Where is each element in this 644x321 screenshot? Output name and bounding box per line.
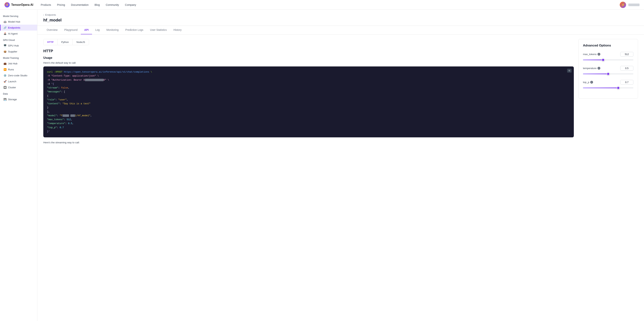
sidebar-item-storage[interactable]: 💾Storage <box>0 96 37 102</box>
option-row-temperature: temperature i <box>583 66 633 76</box>
code-line-12: "model": "f l/hf_model", <box>47 114 92 117</box>
slider-thumb-temperature[interactable] <box>607 72 610 76</box>
sidebar-item-gpu-hub[interactable]: 🖥️GPU Hub <box>0 42 37 48</box>
sidebar-section-model-serving: Model Serving <box>0 13 37 19</box>
zero-code-studio-icon: ⚙️ <box>4 74 6 77</box>
streaming-desc: Here's the streaming way to call: <box>43 141 574 144</box>
slider-container-max_tokens <box>583 58 633 62</box>
page-header: ‹ Endpoints hf_model <box>37 10 644 26</box>
code-line-5: "stream": false, <box>47 86 70 89</box>
breadcrumb-text: Endpoints <box>45 14 56 16</box>
topnav-link-documentation[interactable]: Documentation <box>71 3 88 6</box>
subtab-nodejs[interactable]: NodeJS <box>72 39 89 45</box>
code-line-4: -d '{ <box>47 83 54 85</box>
tab-monitoring[interactable]: Monitoring <box>103 26 122 34</box>
cluster-icon: 🔲 <box>4 86 6 89</box>
option-input-temperature[interactable] <box>620 66 633 70</box>
code-line-1: curl -XPOST https://open.tensoropera.ai/… <box>47 71 152 73</box>
slider-track-top_p[interactable] <box>583 88 633 88</box>
advanced-title: Advanced Options <box>583 44 633 48</box>
section-title: HTTP <box>43 49 574 53</box>
code-line-14: "temperature": 0.5, <box>47 122 74 125</box>
slider-thumb-max_tokens[interactable] <box>602 58 604 62</box>
code-block: ⧉ curl -XPOST https://open.tensoropera.a… <box>43 66 574 137</box>
code-line-15: "top_p": 0.7 <box>47 126 64 129</box>
sub-tabs: HTTPPythonNodeJS <box>43 39 89 45</box>
tab-log[interactable]: Log <box>92 26 103 34</box>
topnav-link-blog[interactable]: Blog <box>94 3 100 6</box>
sidebar-item-runs[interactable]: ▶️Runs <box>0 66 37 72</box>
app-logo[interactable]: ⚡ TensorOpera AI <box>4 2 33 8</box>
page-title: hf_model <box>43 18 638 22</box>
slider-track-temperature[interactable] <box>583 74 633 74</box>
tab-playground[interactable]: Playground <box>61 26 81 34</box>
sidebar-label-model-hub: Model Hub <box>8 20 20 23</box>
info-icon-temperature[interactable]: i <box>598 67 600 70</box>
supplier-icon: 📦 <box>4 50 6 53</box>
model-hub-icon: 🤖 <box>4 20 6 23</box>
topnav-link-community[interactable]: Community <box>106 3 119 6</box>
breadcrumb-arrow-icon: ‹ <box>43 14 44 16</box>
subtab-python[interactable]: Python <box>58 39 72 45</box>
content-area: HTTPPythonNodeJS HTTP Usage Here's the d… <box>37 34 644 149</box>
sidebar-label-storage: Storage <box>8 98 17 101</box>
tab-history[interactable]: History <box>170 26 185 34</box>
code-line-7: { <box>47 94 48 97</box>
tab-user-statistics[interactable]: User Statistics <box>147 26 170 34</box>
main-content: ‹ Endpoints hf_model OverviewPlaygroundA… <box>37 10 644 321</box>
sidebar-item-job-hub[interactable]: 💼Job Hub <box>0 60 37 66</box>
topnav-right: ⚡ <box>620 2 640 8</box>
option-input-max_tokens[interactable] <box>620 52 633 56</box>
code-line-6: "messages": [ <box>47 90 65 93</box>
topnav-link-products[interactable]: Products <box>41 3 51 6</box>
option-label-row-temperature: temperature i <box>583 66 633 70</box>
sidebar-label-runs: Runs <box>8 68 14 71</box>
option-input-top_p[interactable] <box>620 80 633 84</box>
copy-button[interactable]: ⧉ <box>567 69 572 72</box>
runs-icon: ▶️ <box>4 68 6 71</box>
username-display <box>628 4 640 6</box>
breadcrumb[interactable]: ‹ Endpoints <box>43 14 638 16</box>
sidebar-item-ai-agent[interactable]: 🕹️AI Agent <box>0 30 37 36</box>
code-content: curl -XPOST https://open.tensoropera.ai/… <box>47 70 570 134</box>
info-icon-top_p[interactable]: i <box>590 81 593 84</box>
slider-remaining-max_tokens <box>603 60 633 60</box>
sidebar-label-cluster: Cluster <box>8 86 16 89</box>
sidebar-item-zero-code-studio[interactable]: ⚙️Zero-code Studio <box>0 72 37 78</box>
option-name-max_tokens: max_tokens <box>583 53 596 56</box>
logo-icon: ⚡ <box>4 2 10 8</box>
sidebar-label-launch: Launch <box>8 80 16 83</box>
option-label-row-max_tokens: max_tokens i <box>583 52 633 56</box>
code-panel: HTTPPythonNodeJS HTTP Usage Here's the d… <box>43 39 574 145</box>
app-name: TensorOpera AI <box>11 3 33 6</box>
subtab-http[interactable]: HTTP <box>44 39 58 45</box>
tab-prediction-logs[interactable]: Prediction Logs <box>122 26 147 34</box>
option-row-max_tokens: max_tokens i <box>583 52 633 62</box>
body-layout: Model Serving🤖Model Hub🔗Endpoints🕹️AI Ag… <box>0 10 644 321</box>
sidebar-item-launch[interactable]: 🚀Launch <box>0 78 37 84</box>
sidebar: Model Serving🤖Model Hub🔗Endpoints🕹️AI Ag… <box>0 10 37 321</box>
option-label-row-top_p: top_p i <box>583 80 633 84</box>
sidebar-label-job-hub: Job Hub <box>8 62 17 65</box>
tabs-bar: OverviewPlaygroundAPILogMonitoringPredic… <box>37 26 644 34</box>
sidebar-label-ai-agent: AI Agent <box>8 32 18 35</box>
sidebar-item-cluster[interactable]: 🔲Cluster <box>0 84 37 90</box>
tab-api[interactable]: API <box>81 26 92 34</box>
endpoints-icon: 🔗 <box>4 26 6 29</box>
advanced-panel: Advanced Options max_tokens i temperatur… <box>578 39 638 98</box>
slider-track-max_tokens[interactable] <box>583 60 633 60</box>
topnav-link-pricing[interactable]: Pricing <box>57 3 65 6</box>
sidebar-item-model-hub[interactable]: 🤖Model Hub <box>0 19 37 25</box>
topnav-links: ProductsPricingDocumentationBlogCommunit… <box>41 3 620 6</box>
sidebar-item-endpoints[interactable]: 🔗Endpoints <box>0 25 37 30</box>
slider-thumb-top_p[interactable] <box>617 86 620 90</box>
tab-overview[interactable]: Overview <box>43 26 61 34</box>
topnav-link-company[interactable]: Company <box>125 3 136 6</box>
sidebar-label-supplier: Supplier <box>8 50 17 53</box>
option-label-max_tokens: max_tokens i <box>583 53 600 56</box>
sidebar-label-gpu-hub: GPU Hub <box>8 44 19 47</box>
info-icon-max_tokens[interactable]: i <box>598 53 600 56</box>
avatar[interactable]: ⚡ <box>620 2 626 8</box>
sidebar-label-zero-code-studio: Zero-code Studio <box>8 74 28 77</box>
sidebar-item-supplier[interactable]: 📦Supplier <box>0 48 37 54</box>
